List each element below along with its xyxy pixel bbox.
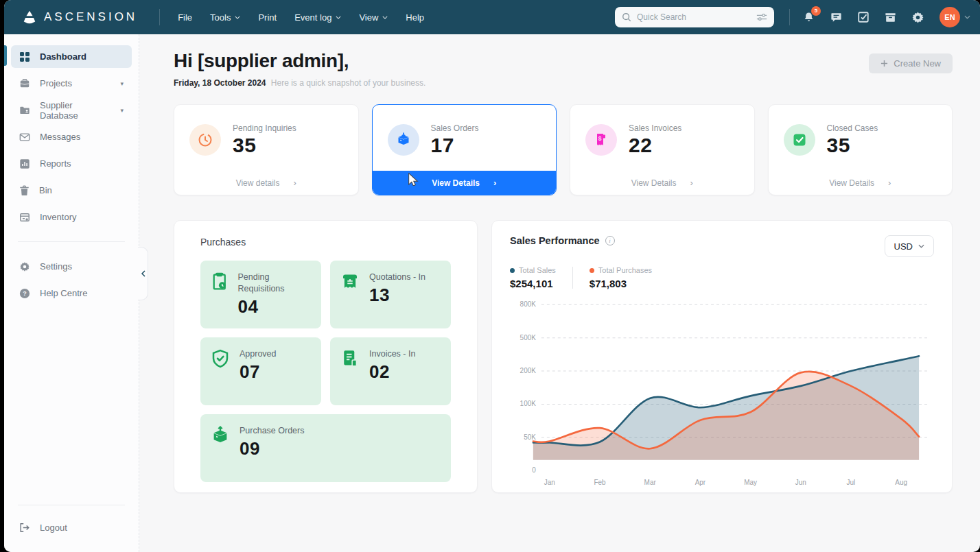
svg-text:Jan: Jan (544, 479, 555, 486)
menu-help[interactable]: Help (406, 12, 424, 23)
trash-icon (19, 185, 30, 196)
filter-sliders-icon[interactable] (756, 12, 767, 22)
divider (572, 267, 573, 289)
sidebar-item-label: Dashboard (40, 51, 124, 62)
stat-cards-row: Pending Inquiries 35 View details› (174, 104, 953, 195)
stat-card-sales-orders[interactable]: Sales Orders 17 View Details› (372, 104, 557, 195)
sidebar-item-label: Reports (40, 158, 124, 169)
stat-card-closed-cases[interactable]: Closed Cases 35 View Details› (768, 104, 953, 195)
avatar-chevron-down-icon[interactable] (964, 15, 970, 19)
chevron-right-icon: › (493, 178, 496, 188)
menu-print[interactable]: Print (258, 12, 277, 23)
stat-value: 17 (431, 134, 479, 157)
view-details-link[interactable]: View details› (174, 171, 358, 195)
purchases-card-label: Approved (240, 348, 277, 360)
divider (789, 9, 790, 25)
menu-tools[interactable]: Tools (210, 12, 240, 23)
sidebar-item-reports[interactable]: Reports (11, 152, 132, 175)
logout-button[interactable]: Logout (11, 516, 132, 539)
settings-gear-icon[interactable] (911, 11, 924, 24)
page-title: Hi [supplier admin], (174, 50, 425, 72)
svg-text:200K: 200K (520, 367, 536, 374)
menu-event-log[interactable]: Event log (294, 12, 341, 23)
sales-performance-chart: 050K100K200K500K800KJanFebMarAprMayJunJu… (510, 296, 934, 492)
sidebar-collapse-button[interactable] (138, 247, 148, 300)
sidebar-item-messages[interactable]: Messages (11, 125, 132, 148)
sidebar-item-dashboard[interactable]: Dashboard (11, 45, 132, 68)
divider (18, 505, 125, 505)
active-item-indicator (4, 45, 7, 66)
purchases-card-quotations-in[interactable]: Quotations - In 13 (330, 261, 451, 328)
quick-search[interactable] (615, 7, 774, 27)
sidebar-item-bin[interactable]: Bin (11, 179, 132, 202)
menu-view[interactable]: View (359, 12, 388, 23)
receipt-dollar-icon: $ (585, 124, 617, 156)
purchases-card-invoices-in[interactable]: Invoices - In 02 (330, 337, 451, 405)
menu-file[interactable]: File (178, 12, 192, 23)
purchases-card-value: 07 (240, 361, 277, 383)
svg-text:Mar: Mar (644, 479, 657, 486)
messages-chat-icon[interactable] (830, 11, 843, 24)
sidebar-item-projects[interactable]: Projects ▾ (11, 72, 132, 95)
purchases-card-label: Invoices - In (369, 348, 415, 360)
view-details-link[interactable]: View Details› (769, 171, 953, 195)
stat-value: 35 (233, 134, 296, 157)
search-input[interactable] (637, 12, 751, 22)
stat-card-sales-invoices[interactable]: $ Sales Invoices 22 View Details› (570, 104, 755, 195)
total-purchases-dot (590, 268, 594, 273)
purchases-card-approved[interactable]: Approved 07 (200, 337, 321, 405)
sales-performance-panel: Sales Performance i USD Total Sales $254… (491, 220, 953, 493)
create-new-button[interactable]: Create New (869, 53, 953, 73)
stat-label: Pending Inquiries (233, 123, 296, 133)
sidebar-item-label: Inventory (40, 212, 124, 222)
purchases-card-value: 13 (369, 285, 425, 306)
main-content: Hi [supplier admin], Friday, 18 October … (139, 34, 980, 552)
svg-text:100K: 100K (520, 400, 536, 407)
stat-card-pending-inquiries[interactable]: Pending Inquiries 35 View details› (174, 104, 359, 195)
chevron-down-icon (235, 16, 240, 19)
sidebar-item-supplier-database[interactable]: Supplier Database ▾ (11, 99, 132, 121)
box-receive-icon (388, 124, 419, 156)
chevron-right-icon: › (888, 178, 891, 188)
gear-icon (19, 261, 30, 272)
envelope-icon (19, 132, 30, 143)
notifications-bell-icon[interactable]: 5 (802, 11, 815, 24)
expand-chevron-icon: ▾ (120, 80, 124, 87)
notification-badge: 5 (811, 6, 821, 16)
purchases-card-value: 04 (237, 296, 312, 317)
stat-value: 35 (827, 134, 878, 157)
view-details-button[interactable]: View Details› (373, 171, 557, 195)
briefcase-icon (19, 78, 30, 89)
archive-icon[interactable] (884, 11, 897, 24)
svg-text:Jun: Jun (795, 479, 806, 486)
sidebar-item-inventory[interactable]: Inventory (11, 206, 132, 228)
info-icon[interactable]: i (605, 236, 615, 245)
expand-chevron-icon: ▾ (120, 107, 124, 114)
currency-select[interactable]: USD (885, 235, 934, 257)
stat-label: Closed Cases (827, 123, 878, 133)
total-sales-amount: $254,101 (510, 278, 556, 289)
svg-text:Feb: Feb (594, 479, 606, 486)
sidebar-item-settings[interactable]: Settings (11, 255, 132, 278)
svg-text:800K: 800K (520, 300, 536, 308)
purchases-card-value: 02 (369, 361, 415, 383)
check-square-icon (784, 124, 815, 156)
subtitle-text: Here is a quick snapshot of your busines… (271, 78, 425, 88)
user-avatar[interactable]: EN (940, 7, 960, 27)
shield-check-icon (210, 348, 231, 369)
chevron-down-icon (336, 16, 341, 19)
sidebar-item-label: Bin (39, 185, 124, 195)
view-details-link[interactable]: View Details› (570, 171, 754, 195)
total-sales-dot (510, 268, 515, 273)
tasks-check-icon[interactable] (857, 11, 870, 23)
sidebar-item-help-centre[interactable]: ? Help Centre (11, 282, 132, 304)
divider (18, 241, 125, 242)
purchases-card-pending-requisitions[interactable]: Pending Requisitions 04 (200, 261, 321, 328)
stat-label: Sales Orders (431, 123, 479, 133)
clock-icon (189, 124, 221, 156)
logout-icon (19, 523, 30, 533)
brand-logo[interactable]: ASCENSION (22, 10, 137, 25)
svg-text:$: $ (598, 135, 602, 142)
svg-text:Aug: Aug (895, 479, 907, 486)
purchases-card-purchase-orders[interactable]: Purchase Orders 09 (200, 414, 451, 482)
